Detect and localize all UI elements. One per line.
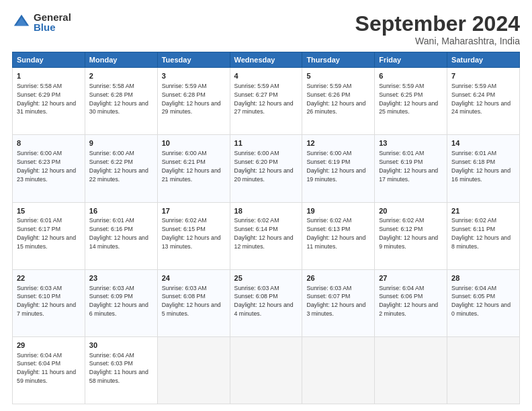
week-row-4: 22 Sunrise: 6:03 AMSunset: 6:10 PMDaylig… bbox=[13, 269, 520, 336]
day-info: Sunrise: 5:59 AMSunset: 6:28 PMDaylight:… bbox=[162, 83, 221, 115]
day-info: Sunrise: 6:00 AMSunset: 6:23 PMDaylight:… bbox=[17, 150, 76, 182]
day-cell-25: 25 Sunrise: 6:03 AMSunset: 6:08 PMDaylig… bbox=[230, 269, 302, 336]
day-cell-24: 24 Sunrise: 6:03 AMSunset: 6:08 PMDaylig… bbox=[157, 269, 230, 336]
day-info: Sunrise: 6:02 AMSunset: 6:15 PMDaylight:… bbox=[162, 217, 221, 249]
day-cell-21: 21 Sunrise: 6:02 AMSunset: 6:11 PMDaylig… bbox=[447, 202, 520, 269]
day-cell-16: 16 Sunrise: 6:01 AMSunset: 6:16 PMDaylig… bbox=[85, 202, 157, 269]
day-info: Sunrise: 6:04 AMSunset: 6:04 PMDaylight:… bbox=[17, 352, 76, 384]
day-info: Sunrise: 6:01 AMSunset: 6:19 PMDaylight:… bbox=[379, 150, 438, 182]
day-cell-9: 9 Sunrise: 6:00 AMSunset: 6:22 PMDayligh… bbox=[85, 135, 157, 202]
day-number: 26 bbox=[306, 273, 370, 283]
month-title: September 2024 bbox=[355, 12, 520, 36]
location: Wani, Maharashtra, India bbox=[355, 36, 520, 46]
day-info: Sunrise: 6:03 AMSunset: 6:07 PMDaylight:… bbox=[306, 285, 365, 317]
day-info: Sunrise: 6:04 AMSunset: 6:05 PMDaylight:… bbox=[451, 285, 511, 317]
logo-blue: Blue bbox=[34, 22, 71, 32]
day-number: 8 bbox=[17, 138, 81, 148]
day-info: Sunrise: 6:03 AMSunset: 6:08 PMDaylight:… bbox=[162, 285, 221, 317]
day-cell-8: 8 Sunrise: 6:00 AMSunset: 6:23 PMDayligh… bbox=[13, 135, 85, 202]
day-cell-12: 12 Sunrise: 6:00 AMSunset: 6:19 PMDaylig… bbox=[302, 135, 375, 202]
day-info: Sunrise: 5:59 AMSunset: 6:26 PMDaylight:… bbox=[306, 83, 365, 115]
day-info: Sunrise: 6:00 AMSunset: 6:21 PMDaylight:… bbox=[162, 150, 221, 182]
day-cell-2: 2 Sunrise: 5:58 AMSunset: 6:28 PMDayligh… bbox=[85, 68, 157, 135]
day-number: 18 bbox=[234, 206, 298, 216]
day-info: Sunrise: 6:00 AMSunset: 6:19 PMDaylight:… bbox=[306, 150, 365, 182]
day-cell-29: 29 Sunrise: 6:04 AMSunset: 6:04 PMDaylig… bbox=[13, 336, 85, 404]
day-number: 30 bbox=[89, 340, 153, 351]
day-number: 13 bbox=[379, 138, 443, 148]
week-row-3: 15 Sunrise: 6:01 AMSunset: 6:17 PMDaylig… bbox=[13, 202, 520, 269]
calendar-table: SundayMondayTuesdayWednesdayThursdayFrid… bbox=[12, 52, 520, 404]
day-info: Sunrise: 5:58 AMSunset: 6:28 PMDaylight:… bbox=[89, 83, 148, 115]
day-info: Sunrise: 6:01 AMSunset: 6:16 PMDaylight:… bbox=[89, 217, 148, 249]
day-cell-3: 3 Sunrise: 5:59 AMSunset: 6:28 PMDayligh… bbox=[157, 68, 230, 135]
day-info: Sunrise: 6:03 AMSunset: 6:10 PMDaylight:… bbox=[17, 285, 76, 317]
day-number: 7 bbox=[451, 71, 515, 81]
day-number: 6 bbox=[379, 71, 443, 81]
day-number: 15 bbox=[17, 206, 81, 216]
column-header-tuesday: Tuesday bbox=[157, 52, 230, 68]
day-cell-14: 14 Sunrise: 6:01 AMSunset: 6:18 PMDaylig… bbox=[447, 135, 520, 202]
day-number: 9 bbox=[89, 138, 153, 148]
day-info: Sunrise: 6:04 AMSunset: 6:03 PMDaylight:… bbox=[89, 352, 148, 384]
header: General Blue September 2024 Wani, Mahara… bbox=[12, 12, 520, 46]
day-number: 28 bbox=[451, 273, 515, 283]
logo-general: General bbox=[34, 12, 71, 22]
day-cell-23: 23 Sunrise: 6:03 AMSunset: 6:09 PMDaylig… bbox=[85, 269, 157, 336]
logo: General Blue bbox=[12, 12, 71, 32]
empty-cell bbox=[302, 336, 375, 404]
day-number: 16 bbox=[89, 206, 153, 216]
day-cell-4: 4 Sunrise: 5:59 AMSunset: 6:27 PMDayligh… bbox=[230, 68, 302, 135]
day-info: Sunrise: 5:59 AMSunset: 6:25 PMDaylight:… bbox=[379, 83, 438, 115]
day-number: 24 bbox=[162, 273, 226, 283]
day-info: Sunrise: 6:02 AMSunset: 6:11 PMDaylight:… bbox=[451, 217, 511, 249]
day-number: 27 bbox=[379, 273, 443, 283]
day-cell-28: 28 Sunrise: 6:04 AMSunset: 6:05 PMDaylig… bbox=[447, 269, 520, 336]
day-cell-27: 27 Sunrise: 6:04 AMSunset: 6:06 PMDaylig… bbox=[375, 269, 447, 336]
day-number: 20 bbox=[379, 206, 443, 216]
logo-icon bbox=[12, 13, 31, 32]
title-area: September 2024 Wani, Maharashtra, India bbox=[355, 12, 520, 46]
day-info: Sunrise: 5:59 AMSunset: 6:24 PMDaylight:… bbox=[451, 83, 511, 115]
column-header-thursday: Thursday bbox=[302, 52, 375, 68]
day-cell-19: 19 Sunrise: 6:02 AMSunset: 6:13 PMDaylig… bbox=[302, 202, 375, 269]
day-info: Sunrise: 6:01 AMSunset: 6:17 PMDaylight:… bbox=[17, 217, 76, 249]
day-number: 21 bbox=[451, 206, 515, 216]
day-cell-20: 20 Sunrise: 6:02 AMSunset: 6:12 PMDaylig… bbox=[375, 202, 447, 269]
day-number: 4 bbox=[234, 71, 298, 81]
empty-cell bbox=[157, 336, 230, 404]
day-info: Sunrise: 5:59 AMSunset: 6:27 PMDaylight:… bbox=[234, 83, 294, 115]
empty-cell bbox=[447, 336, 520, 404]
day-info: Sunrise: 6:03 AMSunset: 6:09 PMDaylight:… bbox=[89, 285, 148, 317]
day-cell-22: 22 Sunrise: 6:03 AMSunset: 6:10 PMDaylig… bbox=[13, 269, 85, 336]
day-number: 25 bbox=[234, 273, 298, 283]
day-cell-18: 18 Sunrise: 6:02 AMSunset: 6:14 PMDaylig… bbox=[230, 202, 302, 269]
day-number: 5 bbox=[306, 71, 370, 81]
day-cell-11: 11 Sunrise: 6:00 AMSunset: 6:20 PMDaylig… bbox=[230, 135, 302, 202]
day-cell-7: 7 Sunrise: 5:59 AMSunset: 6:24 PMDayligh… bbox=[447, 68, 520, 135]
column-header-monday: Monday bbox=[85, 52, 157, 68]
day-info: Sunrise: 6:02 AMSunset: 6:14 PMDaylight:… bbox=[234, 217, 294, 249]
column-header-friday: Friday bbox=[375, 52, 447, 68]
day-number: 1 bbox=[17, 71, 81, 81]
day-cell-30: 30 Sunrise: 6:04 AMSunset: 6:03 PMDaylig… bbox=[85, 336, 157, 404]
empty-cell bbox=[230, 336, 302, 404]
day-info: Sunrise: 6:00 AMSunset: 6:22 PMDaylight:… bbox=[89, 150, 148, 182]
day-number: 29 bbox=[17, 340, 81, 351]
week-row-2: 8 Sunrise: 6:00 AMSunset: 6:23 PMDayligh… bbox=[13, 135, 520, 202]
week-row-5: 29 Sunrise: 6:04 AMSunset: 6:04 PMDaylig… bbox=[13, 336, 520, 404]
day-cell-1: 1 Sunrise: 5:58 AMSunset: 6:29 PMDayligh… bbox=[13, 68, 85, 135]
header-row: SundayMondayTuesdayWednesdayThursdayFrid… bbox=[13, 52, 520, 68]
day-cell-13: 13 Sunrise: 6:01 AMSunset: 6:19 PMDaylig… bbox=[375, 135, 447, 202]
day-number: 23 bbox=[89, 273, 153, 283]
day-cell-5: 5 Sunrise: 5:59 AMSunset: 6:26 PMDayligh… bbox=[302, 68, 375, 135]
empty-cell bbox=[375, 336, 447, 404]
day-info: Sunrise: 6:03 AMSunset: 6:08 PMDaylight:… bbox=[234, 285, 294, 317]
day-number: 12 bbox=[306, 138, 370, 148]
logo-text: General Blue bbox=[34, 12, 71, 32]
column-header-sunday: Sunday bbox=[13, 52, 85, 68]
week-row-1: 1 Sunrise: 5:58 AMSunset: 6:29 PMDayligh… bbox=[13, 68, 520, 135]
column-header-saturday: Saturday bbox=[447, 52, 520, 68]
day-cell-15: 15 Sunrise: 6:01 AMSunset: 6:17 PMDaylig… bbox=[13, 202, 85, 269]
day-number: 17 bbox=[162, 206, 226, 216]
